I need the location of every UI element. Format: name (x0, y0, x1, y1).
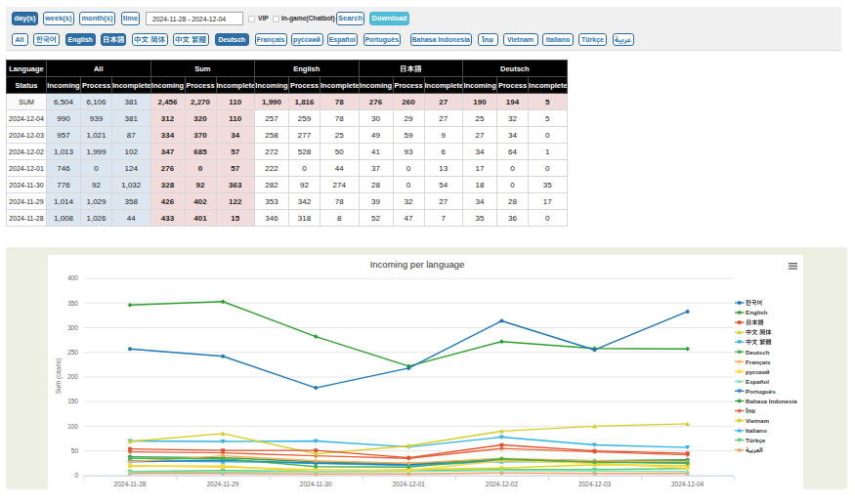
svg-text:2024-12-03: 2024-12-03 (578, 481, 612, 487)
svg-text:Sum (cases): Sum (cases) (55, 358, 63, 394)
svg-text:2024-12-02: 2024-12-02 (486, 481, 519, 487)
svg-text:2024-12-01: 2024-12-01 (393, 481, 426, 487)
svg-text:2024-11-29: 2024-11-29 (207, 481, 239, 487)
svg-text:Türkçe: Türkçe (746, 437, 766, 443)
svg-text:0: 0 (74, 472, 78, 479)
svg-text:2024-11-28: 2024-11-28 (114, 481, 147, 487)
svg-text:150: 150 (67, 398, 78, 404)
svg-text:300: 300 (67, 324, 78, 331)
svg-text:Incoming per language: Incoming per language (370, 259, 465, 270)
svg-text:200: 200 (67, 373, 78, 380)
svg-text:Português: Português (746, 388, 776, 395)
svg-text:English: English (746, 309, 768, 315)
svg-text:Italiano: Italiano (746, 427, 767, 434)
svg-text:350: 350 (67, 300, 78, 307)
svg-text:400: 400 (67, 274, 78, 281)
svg-text:250: 250 (67, 349, 78, 356)
svg-text:2024-12-04: 2024-12-04 (671, 481, 705, 487)
svg-text:Español: Español (746, 378, 769, 385)
svg-text:Deutsch: Deutsch (746, 349, 770, 356)
svg-text:русский: русский (746, 368, 770, 375)
svg-text:Vietnam: Vietnam (746, 417, 769, 424)
svg-text:50: 50 (71, 447, 79, 454)
svg-text:2024-11-30: 2024-11-30 (300, 481, 332, 487)
svg-text:Bahasa Indonesia: Bahasa Indonesia (746, 398, 797, 404)
svg-text:100: 100 (67, 423, 78, 430)
svg-text:Français: Français (746, 358, 771, 365)
